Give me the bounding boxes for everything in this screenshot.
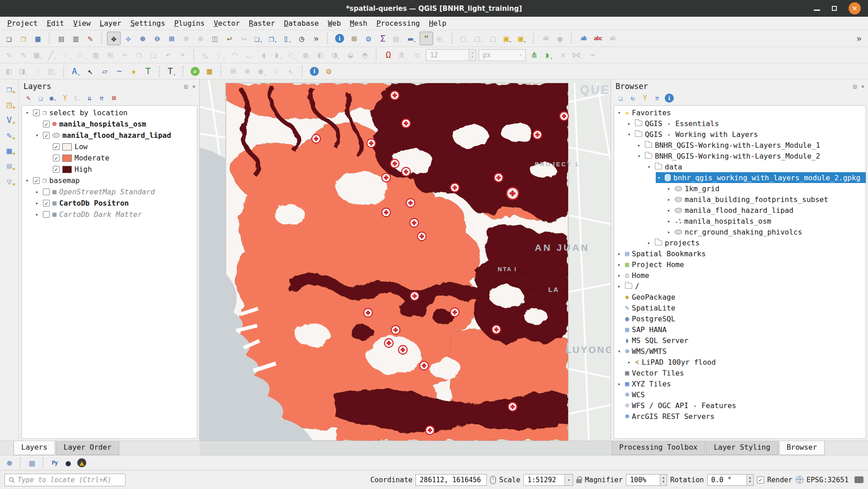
render-checkbox[interactable]: ✓ (757, 476, 764, 484)
mouse-position-icon[interactable] (490, 476, 496, 484)
properties-button[interactable]: i (664, 93, 675, 103)
browser-tree-item[interactable]: ▸▤Spatial Bookmarks (614, 248, 866, 259)
topological-editing-button[interactable]: ⋔ (527, 48, 541, 62)
visibility-checkbox[interactable]: ✓ (33, 177, 40, 184)
show-sum-button[interactable]: Σ (376, 32, 390, 45)
text-annotation-button[interactable]: ▣▾ (501, 32, 514, 45)
tab-layer-order[interactable]: Layer Order (56, 441, 119, 455)
browser-tree-item[interactable]: ▸/ (614, 281, 866, 292)
add-point-feature-button[interactable]: ⁘▾ (60, 48, 74, 62)
select-features-button[interactable]: ▢▾ (457, 32, 471, 45)
cut-features-button[interactable]: ✂ (118, 48, 131, 62)
save-layer-edits-button[interactable]: ▦▾ (31, 48, 45, 62)
zoom-in-button[interactable]: ⊕ (136, 32, 149, 45)
zoom-native-button[interactable]: ◫ (208, 32, 222, 45)
change-label-button[interactable]: ◉▾ (255, 65, 269, 78)
browser-tree-item[interactable]: ▾BNHR_QGIS-Working-with-Layers_Module_2 (614, 150, 866, 161)
rotation-spinbox[interactable]: 0.0 ° ▲▼ (707, 474, 754, 486)
statistical-summary-button[interactable]: ⊞ (347, 32, 361, 45)
crs-status[interactable]: EPSG:32651 (807, 476, 849, 484)
layout-manager-button[interactable]: ▥ (69, 32, 83, 45)
coordinate-field[interactable]: 286112, 1616456 (415, 474, 487, 486)
minimize-button[interactable] (814, 9, 820, 11)
mesh-edit-button[interactable]: ◨▾ (17, 65, 30, 78)
locator-input[interactable]: Type to locate (Ctrl+K) (5, 474, 126, 486)
refresh-button[interactable]: ↻ (627, 93, 638, 103)
self-snapping-button[interactable]: ⋈▾ (571, 48, 584, 62)
menu-processing[interactable]: Processing (372, 18, 424, 28)
visibility-checkbox[interactable]: ✓ (33, 109, 40, 116)
browser-tree-item[interactable]: ▸QGIS - Essentials (614, 118, 866, 129)
toggle-editing-button[interactable]: ✎ (17, 48, 30, 62)
paste-features-button[interactable]: ❏ (147, 48, 160, 62)
browser-tree-item[interactable]: ⊚WCS (614, 389, 866, 400)
zoom-next-button[interactable]: ↪ (237, 32, 251, 45)
undock-panel-icon[interactable]: ◱ (854, 83, 857, 89)
add-part-button[interactable]: ◌▾ (286, 48, 299, 62)
reshape-features-button[interactable]: ◒ (344, 48, 357, 62)
browser-tree-item[interactable]: ◗MS SQL Server (614, 335, 866, 346)
advanced-digitizing-button[interactable]: ◺ (199, 48, 213, 62)
toolbar-extension-2-button[interactable]: » (852, 32, 866, 45)
filter-by-expression-button[interactable]: ε▾ (72, 93, 83, 103)
map-tips-button[interactable]: ❝ (420, 32, 433, 45)
spatial-bookmarks-button[interactable]: ▯▾ (280, 32, 294, 45)
zoom-to-selection-button[interactable]: ⊕ (179, 32, 193, 45)
mesh-digitizing-button[interactable]: ◧ (2, 65, 16, 78)
close-panel-icon[interactable]: ✕ (192, 83, 196, 89)
menu-help[interactable]: Help (425, 18, 451, 28)
zoom-out-button[interactable]: ⊖ (150, 32, 164, 45)
tab-layers[interactable]: Layers (14, 441, 55, 455)
disable-snapping-button[interactable]: ✕ (556, 48, 570, 62)
plugin-settings-button[interactable]: ⚙ (322, 65, 336, 78)
zoom-full-button[interactable]: ⊞ (165, 32, 178, 45)
pan-map-button[interactable]: ✥ (107, 32, 121, 45)
toolbar-extension-button[interactable]: » (309, 32, 323, 45)
menu-project[interactable]: Project (3, 18, 42, 28)
delete-part-button[interactable]: ◑▾ (329, 48, 343, 62)
create-line-annotation-button[interactable]: ~ (112, 65, 126, 78)
current-edits-button[interactable]: ✎ (2, 48, 16, 62)
delete-selected-button[interactable]: ⊟ (103, 48, 117, 62)
pin-unpin-labels-button[interactable]: ↖ (284, 65, 298, 78)
add-selected-layers-button[interactable]: ❏ (615, 93, 626, 103)
zoom-to-layer-button[interactable]: ⊕ (194, 32, 207, 45)
create-marker-annotation-button[interactable]: ★ (127, 65, 140, 78)
create-text-annotation-button[interactable]: T (141, 65, 155, 78)
add-virtual-layer-button[interactable]: ▽* (3, 174, 16, 188)
vertex-tool-button[interactable]: ⁙▾ (75, 48, 88, 62)
menu-settings[interactable]: Settings (126, 18, 170, 28)
visibility-checkbox[interactable] (43, 211, 50, 218)
fill-ring-button[interactable]: ◍▾ (300, 48, 314, 62)
visibility-checkbox[interactable]: ✓ (53, 166, 60, 173)
metasearch-button[interactable]: ⊚ (3, 456, 16, 469)
menu-vector[interactable]: Vector (209, 18, 244, 28)
messages-icon[interactable] (854, 476, 863, 483)
tab-browser[interactable]: Browser (779, 441, 825, 455)
visibility-checkbox[interactable]: ✓ (43, 121, 50, 127)
snap-on-intersection-button[interactable]: ◗▾ (542, 48, 555, 62)
select-by-form-button[interactable]: ▢▾ (472, 32, 485, 45)
tab-layer-styling[interactable]: Layer Styling (706, 441, 778, 455)
mesh-selection-button[interactable]: ◫▾ (46, 65, 59, 78)
menu-view[interactable]: View (69, 18, 95, 28)
diagram-options-button[interactable]: ● (553, 32, 567, 45)
labeling-options-button[interactable]: A▾ (69, 65, 83, 78)
browser-tree-item[interactable]: ◆GeoPackage (614, 292, 866, 302)
move-label-button[interactable]: ⊞ (226, 65, 240, 78)
browser-tree-item[interactable]: ▸▦Project Home (614, 259, 866, 270)
collapse-all-button[interactable]: ⇈ (652, 93, 663, 103)
browser-tree-item[interactable]: ▾bnhr_qgis_working_with_layers_module_2.… (614, 172, 866, 183)
browser-tree-item[interactable]: ▸projects (614, 237, 866, 248)
processing-toolbox-button[interactable]: ⚙ (362, 32, 375, 45)
visibility-checkbox[interactable]: ✓ (43, 132, 50, 139)
visibility-checkbox[interactable] (43, 188, 50, 195)
layer-labeling-button[interactable]: ab (577, 32, 590, 45)
menu-edit[interactable]: Edit (42, 18, 69, 28)
open-project-button[interactable]: ❐ (17, 32, 30, 45)
add-ring-button[interactable]: ◗▾ (271, 48, 285, 62)
digitize-with-segment-button[interactable]: ╱▾ (46, 48, 59, 62)
data-source-manager-button[interactable]: ❒* (3, 82, 16, 96)
browser-tree-item[interactable]: ▸manila_flood_hazard_lipad (614, 205, 866, 216)
browser-tree-item[interactable]: ●PostgreSQL (614, 313, 866, 324)
